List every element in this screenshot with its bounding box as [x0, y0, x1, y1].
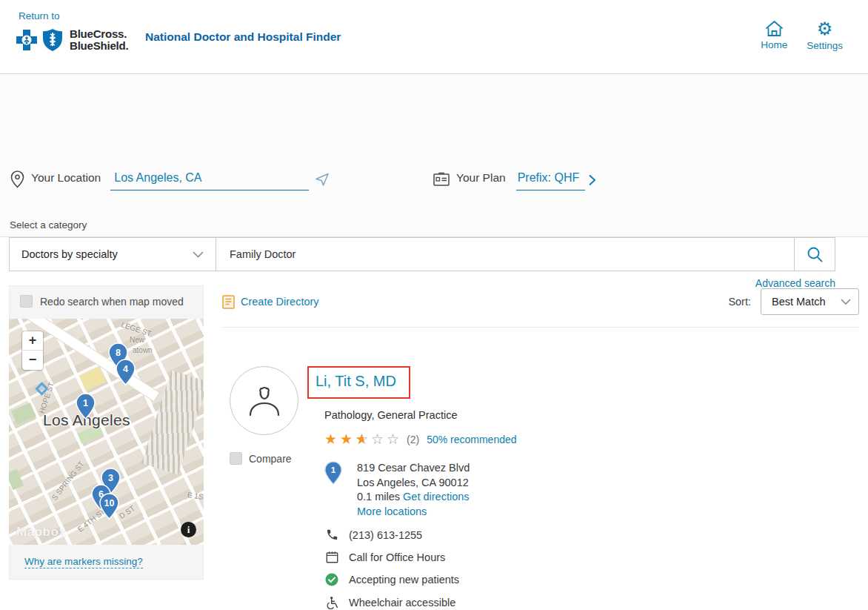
- sort-value: Best Match: [772, 296, 826, 308]
- blue-shield-icon: [41, 28, 64, 52]
- your-location-label: Your Location: [31, 171, 101, 185]
- home-label: Home: [761, 39, 787, 50]
- settings-button[interactable]: ⚙ Settings: [807, 19, 843, 51]
- street-label: atown: [133, 346, 153, 354]
- location-input[interactable]: Los Angeles, CA: [110, 169, 309, 190]
- zoom-out-button[interactable]: −: [22, 351, 43, 370]
- doctor-name-link[interactable]: Li, Tit S, MD: [316, 373, 396, 389]
- select-category-label: Select a category: [10, 219, 87, 231]
- search-term-input[interactable]: Family Doctor: [216, 238, 794, 271]
- svg-text:3: 3: [108, 473, 113, 483]
- doctor-card: Compare Li, Tit S, MD Pathology, General…: [222, 328, 859, 609]
- phone-row: (213) 613-1255: [324, 528, 859, 541]
- phone-number: (213) 613-1255: [349, 529, 422, 541]
- redo-search-strip: Redo search when map moved: [9, 285, 204, 319]
- svg-text:4: 4: [123, 364, 128, 374]
- create-directory-label: Create Directory: [241, 296, 319, 308]
- map-park-patch: [9, 469, 24, 490]
- markers-missing-link[interactable]: Why are markers missing?: [24, 556, 143, 568]
- map-info-button[interactable]: i: [181, 522, 196, 537]
- blue-cross-icon: [15, 28, 39, 52]
- directory-icon: [222, 295, 235, 309]
- map-building-patch: [79, 367, 106, 391]
- address-line2: Los Angeles, CA 90012: [357, 476, 470, 491]
- map-marker-4[interactable]: 4: [116, 359, 136, 385]
- location-value: Los Angeles, CA: [114, 171, 201, 184]
- zoom-in-button[interactable]: +: [22, 331, 43, 351]
- use-my-location-icon[interactable]: [315, 172, 330, 187]
- distance: 0.1 miles: [357, 491, 400, 503]
- bcbs-logo[interactable]: BlueCross. BlueShield.: [15, 28, 128, 52]
- street-label: D ST: [118, 504, 136, 520]
- mapbox-attribution: Mapbox: [16, 525, 66, 540]
- plan-value: Prefix: QHF: [518, 171, 580, 184]
- category-dropdown[interactable]: Doctors by specialty: [10, 238, 216, 271]
- annotation-highlight-box: Li, Tit S, MD: [307, 366, 410, 399]
- wheelchair-text: Wheelchair accessible: [349, 597, 455, 609]
- doctor-location-row: 1 819 Cesar Chavez Blvd Los Angeles, CA …: [324, 461, 859, 519]
- chevron-right-icon: [588, 174, 596, 186]
- sort-group: Sort: Best Match: [728, 288, 859, 315]
- search-button[interactable]: [794, 238, 835, 271]
- create-directory-link[interactable]: Create Directory: [222, 295, 319, 309]
- home-button[interactable]: Home: [761, 19, 787, 51]
- main-content: Redo search when map moved Los Angeles L…: [9, 285, 859, 609]
- svg-text:8: 8: [116, 348, 121, 358]
- rating-row: ★★☆★☆☆ (2) 50% recommended: [324, 432, 859, 447]
- doctor-finder-page: Return to BlueCross. Bl: [0, 0, 868, 610]
- get-directions-link[interactable]: Get directions: [403, 491, 469, 503]
- location-marker-number: 1: [331, 465, 336, 474]
- phone-icon: [324, 528, 339, 541]
- return-to-link[interactable]: Return to: [19, 10, 60, 21]
- search-panel: Your Location Los Angeles, CA Your Plan …: [0, 74, 868, 237]
- header: Return to BlueCross. Bl: [0, 0, 868, 74]
- star-rating: ★★☆★☆☆: [324, 432, 402, 447]
- plan-prefix-link[interactable]: Prefix: QHF: [516, 169, 586, 190]
- accepting-patients-text: Accepting new patients: [349, 574, 459, 586]
- wheelchair-icon: [324, 596, 339, 609]
- street-label: E 1S: [187, 491, 204, 501]
- search-term-value: Family Doctor: [230, 248, 296, 260]
- address-block: 819 Cesar Chavez Blvd Los Angeles, CA 90…: [357, 461, 470, 519]
- your-plan-group: Your Plan Prefix: QHF: [433, 169, 596, 190]
- recommended-link[interactable]: 50% recommended: [427, 434, 516, 445]
- redo-search-label: Redo search when map moved: [40, 295, 184, 309]
- distance-line: 0.1 miles Get directions: [357, 490, 470, 505]
- office-hours-row: Call for Office Hours: [324, 551, 859, 563]
- bcbs-logo-marks: [15, 28, 64, 52]
- map-panel: Redo search when map moved Los Angeles L…: [9, 285, 204, 609]
- doctor-avatar: [230, 366, 298, 435]
- compare-label: Compare: [249, 453, 292, 465]
- home-icon: [764, 19, 784, 38]
- calendar-icon: [324, 551, 339, 563]
- chevron-down-icon: [193, 251, 204, 258]
- review-count: (2): [407, 434, 419, 445]
- doctor-card-body: Li, Tit S, MD Pathology, General Practic…: [324, 366, 859, 609]
- advanced-search-link[interactable]: Advanced search: [755, 277, 835, 289]
- map-marker-1[interactable]: 1: [76, 393, 96, 420]
- svg-text:10: 10: [104, 498, 115, 508]
- markers-missing-strip: Why are markers missing?: [9, 545, 204, 580]
- wheelchair-row: Wheelchair accessible: [324, 596, 859, 609]
- compare-checkbox[interactable]: [230, 452, 242, 465]
- accepting-patients-row: Accepting new patients: [324, 573, 859, 586]
- map[interactable]: Los Angeles LEGE STNewatownHOPE STS SPRI…: [9, 319, 204, 545]
- results-list: Create Directory Sort: Best Match: [222, 285, 859, 609]
- map-marker-10[interactable]: 10: [99, 493, 119, 520]
- redo-search-checkbox[interactable]: [20, 295, 33, 308]
- bcbs-logo-text: BlueCross. BlueShield.: [70, 28, 128, 52]
- logo-line2: BlueShield.: [70, 40, 128, 52]
- logo-line1: BlueCross.: [70, 28, 128, 40]
- address-line1: 819 Cesar Chavez Blvd: [357, 461, 470, 476]
- results-toolbar: Create Directory Sort: Best Match: [222, 285, 859, 328]
- page-title: National Doctor and Hospital Finder: [145, 30, 341, 44]
- location-marker-icon: 1: [324, 461, 342, 519]
- map-park-patch: [11, 402, 36, 425]
- advanced-search-row: Advanced search: [755, 277, 835, 289]
- sort-dropdown[interactable]: Best Match: [761, 288, 859, 315]
- search-combo: Doctors by specialty Family Doctor: [9, 237, 835, 271]
- star-full-icon: ★: [324, 432, 340, 447]
- more-locations-link[interactable]: More locations: [357, 505, 427, 517]
- map-railyard: [141, 370, 204, 475]
- header-actions: Home ⚙ Settings: [761, 19, 843, 51]
